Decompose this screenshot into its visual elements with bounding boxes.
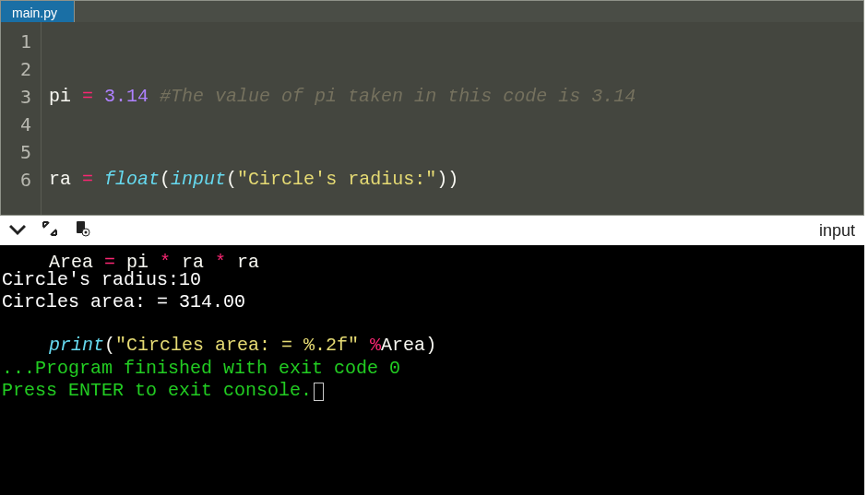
- code-line: print("Circles area: = %.2f" %Area): [49, 332, 863, 359]
- console-line: Circle's radius:10: [2, 269, 201, 290]
- expand-icon[interactable]: [42, 221, 57, 241]
- code-line: pi = 3.14 #The value of pi taken in this…: [49, 83, 863, 111]
- line-number: 2: [1, 55, 31, 83]
- chevron-down-icon[interactable]: [9, 221, 26, 241]
- line-number: 4: [1, 111, 31, 138]
- svg-point-2: [85, 230, 88, 233]
- code-line: [49, 415, 863, 442]
- stdin-toggle-icon[interactable]: [74, 220, 90, 242]
- line-number: 3: [1, 83, 31, 111]
- code-area[interactable]: pi = 3.14 #The value of pi taken in this…: [42, 22, 863, 215]
- console-line: Circles area: = 314.00: [2, 291, 245, 312]
- tab-bar: main.py: [0, 0, 864, 22]
- code-editor[interactable]: 1 2 3 4 5 6 pi = 3.14 #The value of pi t…: [0, 22, 864, 216]
- line-number: 6: [1, 166, 31, 194]
- console-cursor: [314, 383, 324, 401]
- console-line: Press ENTER to exit console.: [2, 380, 312, 401]
- console-toolbar-icons: [9, 220, 90, 242]
- tab-main-py[interactable]: main.py: [1, 1, 75, 22]
- console-line: ...Program finished with exit code 0: [2, 358, 400, 379]
- line-number: 5: [1, 138, 31, 166]
- line-number-gutter: 1 2 3 4 5 6: [1, 22, 42, 215]
- console-input-label: input: [819, 221, 855, 241]
- tab-label: main.py: [12, 6, 57, 20]
- code-line: ra = float(input("Circle's radius:")): [49, 166, 863, 194]
- line-number: 1: [1, 28, 31, 55]
